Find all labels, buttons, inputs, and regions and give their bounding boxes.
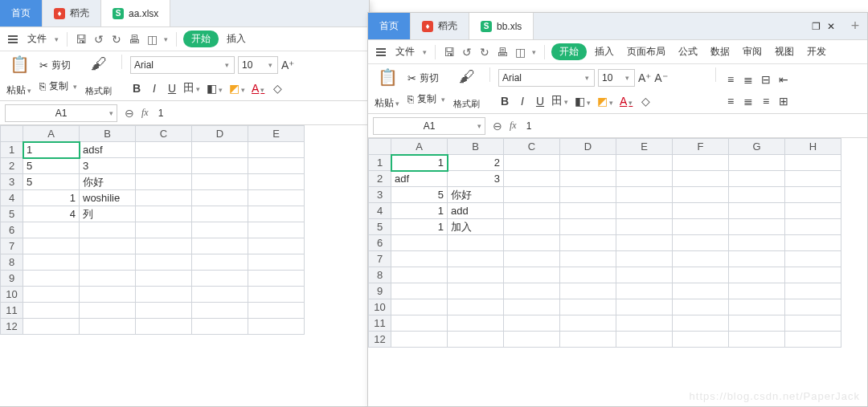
cell[interactable] [23,271,80,287]
bold-button[interactable]: B [130,82,143,95]
cell[interactable] [136,319,192,335]
cell[interactable] [192,238,248,254]
cell[interactable] [504,171,560,187]
cell[interactable] [785,332,841,348]
hamburger-icon[interactable] [5,32,21,47]
align-right-icon[interactable]: ≡ [760,95,772,108]
cell[interactable] [391,332,448,348]
cell[interactable] [673,235,729,251]
cell[interactable] [616,187,673,203]
font-size-select[interactable]: 10▾ [238,56,278,74]
cell[interactable]: woshilie [80,190,136,206]
cell[interactable] [192,271,248,287]
cell[interactable] [785,315,841,332]
cell[interactable] [23,222,80,238]
review-tab[interactable]: 审阅 [738,43,767,60]
new-tab-button[interactable]: + [843,13,867,39]
start-tab[interactable]: 开始 [183,31,219,47]
cell[interactable]: 2 [448,155,504,171]
cell[interactable] [560,267,616,283]
cell[interactable] [248,303,305,319]
format-painter[interactable]: 🖌 格式刷 [452,67,481,110]
cell[interactable] [616,283,673,299]
bold-button[interactable]: B [498,95,511,108]
zoom-icon[interactable]: ⊖ [490,119,505,133]
undo-icon[interactable]: ↺ [92,32,106,47]
data-tab[interactable]: 数据 [706,43,735,60]
row-header[interactable]: 3 [1,174,23,190]
font-select[interactable]: Arial▾ [498,69,595,87]
spreadsheet-grid[interactable]: A B C D E 11adsf 253 35你好 41woshilie 54列… [0,125,369,335]
cell[interactable] [785,235,841,251]
font-color-button[interactable]: A▾ [252,82,266,95]
row-header[interactable]: 11 [1,303,23,319]
cell[interactable] [616,171,673,187]
cell[interactable] [504,299,560,315]
merge-icon[interactable]: ⊞ [777,95,790,108]
cell[interactable] [80,319,136,335]
redo-icon[interactable]: ↻ [109,32,124,47]
indent-dec-icon[interactable]: ⇤ [777,73,790,86]
cell[interactable]: 3 [80,158,136,174]
cell[interactable] [504,251,560,267]
col-header[interactable]: E [616,139,673,155]
cell[interactable] [80,222,136,238]
cell[interactable] [616,315,673,332]
cell[interactable] [192,142,248,158]
cell[interactable] [785,155,841,171]
cell[interactable] [248,190,305,206]
cell[interactable]: 1 [391,203,448,219]
cell[interactable] [80,238,136,254]
cell[interactable] [560,155,616,171]
cell[interactable] [136,190,192,206]
cell[interactable] [729,235,785,251]
file-menu[interactable]: 文件 [24,31,50,47]
cell[interactable] [136,174,192,190]
cell[interactable] [729,251,785,267]
cell[interactable] [448,267,504,283]
paste-group[interactable]: 📋 粘贴▾ [5,55,35,97]
cell[interactable] [785,299,841,315]
col-header[interactable]: D [192,126,248,142]
cut-button[interactable]: ✂剪切 [39,59,79,72]
cell[interactable] [729,299,785,315]
spreadsheet-grid[interactable]: A B C D E F G H 112 2adf3 35你好 41add 51加… [368,138,867,348]
eraser-icon[interactable]: ◇ [271,82,284,95]
cell[interactable]: 1 [391,219,448,235]
underline-button[interactable]: U [166,82,178,95]
cell[interactable] [136,206,192,222]
cell[interactable] [616,332,673,348]
cell[interactable] [192,254,248,271]
col-header[interactable]: B [448,139,504,155]
col-header[interactable]: B [80,126,136,142]
cell[interactable] [785,251,841,267]
col-header[interactable]: C [136,126,192,142]
row-header[interactable]: 1 [369,155,391,171]
cell[interactable] [448,299,504,315]
border-button[interactable]: 田▾ [183,81,202,96]
cell[interactable] [616,267,673,283]
cell[interactable]: adf [391,171,448,187]
cell[interactable] [192,174,248,190]
col-header[interactable]: H [785,139,841,155]
cell[interactable] [673,251,729,267]
cell[interactable] [80,271,136,287]
italic-button[interactable]: I [148,82,161,95]
cell[interactable] [136,238,192,254]
cell[interactable] [448,283,504,299]
cell[interactable] [248,319,305,335]
cell[interactable] [136,254,192,271]
caret-down-icon[interactable]: ▾ [162,35,170,43]
cell[interactable] [616,235,673,251]
zoom-icon[interactable]: ⊖ [122,106,137,120]
cell[interactable]: 4 [23,206,80,222]
cell[interactable] [391,251,448,267]
cell[interactable] [673,171,729,187]
row-header[interactable]: 11 [369,315,391,332]
tab-home[interactable]: 首页 [368,13,411,39]
formula-tab[interactable]: 公式 [674,43,702,60]
cell[interactable] [192,206,248,222]
cell[interactable] [504,267,560,283]
insert-tab[interactable]: 插入 [590,43,619,60]
tab-home[interactable]: 首页 [0,0,43,26]
